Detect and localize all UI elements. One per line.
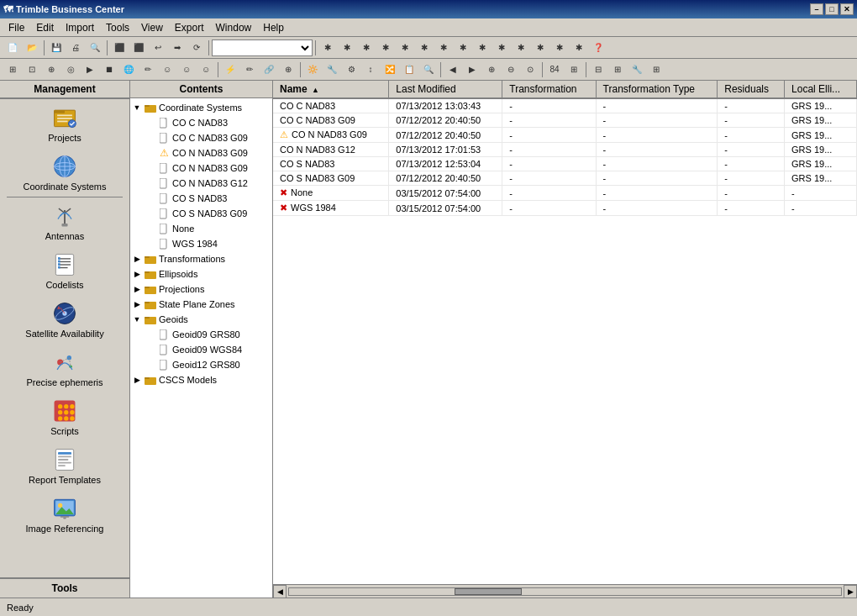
tb15[interactable]: ✱ — [454, 39, 472, 57]
t2-19[interactable]: ↕ — [361, 61, 380, 79]
tb5[interactable]: ↩ — [149, 39, 167, 57]
t2-21[interactable]: 📋 — [400, 61, 418, 79]
tree-node-coordinate-systems[interactable]: ▼ Coordinate Systems — [130, 100, 272, 115]
tb21[interactable]: ✱ — [570, 39, 588, 57]
t2-30[interactable]: ⊟ — [589, 61, 607, 79]
nav-item-precise-ephemeris[interactable]: Precise ephemeris — [0, 344, 129, 392]
t2-7[interactable]: 🌐 — [119, 61, 138, 79]
scroll-thumb[interactable] — [455, 588, 522, 595]
tb17[interactable]: ✱ — [492, 39, 511, 57]
tb20[interactable]: ✱ — [550, 39, 569, 57]
tree-node-none[interactable]: None — [130, 221, 272, 236]
nav-item-image-referencing[interactable]: Image Referencing — [0, 490, 129, 539]
t2-17[interactable]: 🔧 — [323, 61, 341, 79]
t2-14[interactable]: 🔗 — [260, 61, 278, 79]
menu-import[interactable]: Import — [60, 20, 99, 35]
t2-8[interactable]: ✏ — [139, 61, 157, 79]
tb19[interactable]: ✱ — [531, 39, 549, 57]
expand-ellipsoids[interactable]: ▶ — [130, 267, 144, 281]
print-preview-button[interactable]: 🔍 — [86, 39, 104, 57]
menu-view[interactable]: View — [136, 20, 168, 35]
t2-15[interactable]: ⊕ — [279, 61, 297, 79]
tb9[interactable]: ✱ — [338, 39, 356, 57]
table-row[interactable]: CO N NAD83 G1207/13/2012 17:01:53---GRS … — [273, 143, 857, 157]
tree-node-transformations[interactable]: ▶ Transformations — [130, 251, 272, 266]
nav-item-report-templates[interactable]: Report Templates — [0, 441, 129, 490]
tb14[interactable]: ✱ — [434, 39, 453, 57]
t2-33[interactable]: ⊞ — [647, 61, 665, 79]
tb16[interactable]: ✱ — [473, 39, 492, 57]
tree-node-geoid12-grs80[interactable]: Geoid12 GRS80 — [130, 357, 272, 372]
t2-10[interactable]: ☺ — [177, 61, 196, 79]
nav-item-satellite-availability[interactable]: Satellite Availability — [0, 295, 129, 344]
t2-11[interactable]: ☺ — [197, 61, 215, 79]
tree-node-co-n-nad83-g12[interactable]: CO N NAD83 G12 — [130, 176, 272, 191]
tree-node-geoid09-wgs84[interactable]: Geoid09 WGS84 — [130, 342, 272, 357]
expand-state-plane-zones[interactable]: ▶ — [130, 297, 144, 311]
tree-node-co-n-nad83-g09-warning[interactable]: ⚠ CO N NAD83 G09 — [130, 145, 272, 161]
menu-edit[interactable]: Edit — [31, 20, 59, 35]
expand-cscs-models[interactable]: ▶ — [130, 373, 144, 387]
tree-node-co-n-nad83-g09[interactable]: CO N NAD83 G09 — [130, 161, 272, 176]
open-button[interactable]: 📂 — [23, 39, 41, 57]
expand-transformations[interactable]: ▶ — [130, 252, 144, 266]
tb4[interactable]: ⬛ — [129, 39, 148, 57]
tb3[interactable]: ⬛ — [110, 39, 129, 57]
table-row[interactable]: ✖None03/15/2012 07:54:00---- — [273, 186, 857, 201]
table-row[interactable]: CO S NAD8307/13/2012 12:53:04---GRS 19..… — [273, 157, 857, 171]
table-row[interactable]: CO S NAD83 G0907/12/2012 20:40:50---GRS … — [273, 171, 857, 186]
tb10[interactable]: ✱ — [357, 39, 376, 57]
t2-29[interactable]: ⊞ — [565, 61, 583, 79]
print-button[interactable]: 🖨 — [66, 39, 85, 57]
tree-node-co-c-nad83-g09[interactable]: CO C NAD83 G09 — [130, 130, 272, 145]
nav-item-coordinate-systems[interactable]: Coordinate Systems — [0, 148, 129, 197]
t2-9[interactable]: ☺ — [158, 61, 176, 79]
tb7[interactable]: ⟳ — [187, 39, 206, 57]
menu-file[interactable]: File — [3, 20, 29, 35]
menu-window[interactable]: Window — [211, 20, 257, 35]
t2-28[interactable]: 84 — [545, 61, 564, 79]
col-local-elli[interactable]: Local Elli... — [785, 81, 857, 98]
t2-31[interactable]: ⊞ — [608, 61, 627, 79]
expand-coordinate-systems[interactable]: ▼ — [130, 101, 144, 114]
tb8[interactable]: ✱ — [318, 39, 337, 57]
tb18[interactable]: ✱ — [512, 39, 530, 57]
tree-node-geoid09-grs80[interactable]: Geoid09 GRS80 — [130, 327, 272, 342]
t2-16[interactable]: 🔆 — [303, 61, 322, 79]
scroll-left-btn[interactable]: ◀ — [273, 585, 287, 598]
t2-18[interactable]: ⚙ — [342, 61, 360, 79]
new-button[interactable]: 📄 — [3, 39, 22, 57]
tree-node-co-s-nad83[interactable]: CO S NAD83 — [130, 191, 272, 206]
table-row[interactable]: CO C NAD83 G0907/12/2012 20:40:50---GRS … — [273, 113, 857, 128]
scroll-track[interactable] — [288, 587, 842, 596]
t2-12[interactable]: ⚡ — [221, 61, 239, 79]
menu-help[interactable]: Help — [258, 20, 289, 35]
t2-3[interactable]: ⊕ — [42, 61, 60, 79]
tree-node-co-c-nad83[interactable]: CO C NAD83 — [130, 115, 272, 130]
t2-22[interactable]: 🔍 — [419, 61, 438, 79]
t2-5[interactable]: ▶ — [81, 61, 99, 79]
menu-export[interactable]: Export — [170, 20, 209, 35]
col-transformation-type[interactable]: Transformation Type — [596, 81, 718, 98]
t2-13[interactable]: ✏ — [240, 61, 259, 79]
t2-2[interactable]: ⊡ — [23, 61, 41, 79]
tree-node-wgs-1984[interactable]: WGS 1984 — [130, 236, 272, 251]
t2-6[interactable]: ⏹ — [100, 61, 118, 79]
tree-node-projections[interactable]: ▶ Projections — [130, 282, 272, 297]
t2-27[interactable]: ⊙ — [521, 61, 539, 79]
horizontal-scrollbar[interactable]: ◀ ▶ — [273, 584, 857, 598]
save-button[interactable]: 💾 — [47, 39, 66, 57]
menu-tools[interactable]: Tools — [101, 20, 134, 35]
t2-1[interactable]: ⊞ — [3, 61, 22, 79]
toolbar-combo[interactable] — [212, 39, 313, 56]
nav-item-projects[interactable]: Projects — [0, 99, 129, 148]
nav-item-codelists[interactable]: Codelists — [0, 246, 129, 295]
t2-4[interactable]: ◎ — [61, 61, 80, 79]
nav-item-scripts[interactable]: Scripts — [0, 392, 129, 441]
tree-node-co-s-nad83-g09[interactable]: CO S NAD83 G09 — [130, 206, 272, 221]
scroll-right-btn[interactable]: ▶ — [844, 585, 857, 598]
t2-25[interactable]: ⊕ — [482, 61, 501, 79]
t2-23[interactable]: ◀ — [444, 61, 462, 79]
table-row[interactable]: ⚠CO N NAD83 G0907/12/2012 20:40:50---GRS… — [273, 128, 857, 143]
close-button[interactable]: ✕ — [840, 3, 854, 15]
